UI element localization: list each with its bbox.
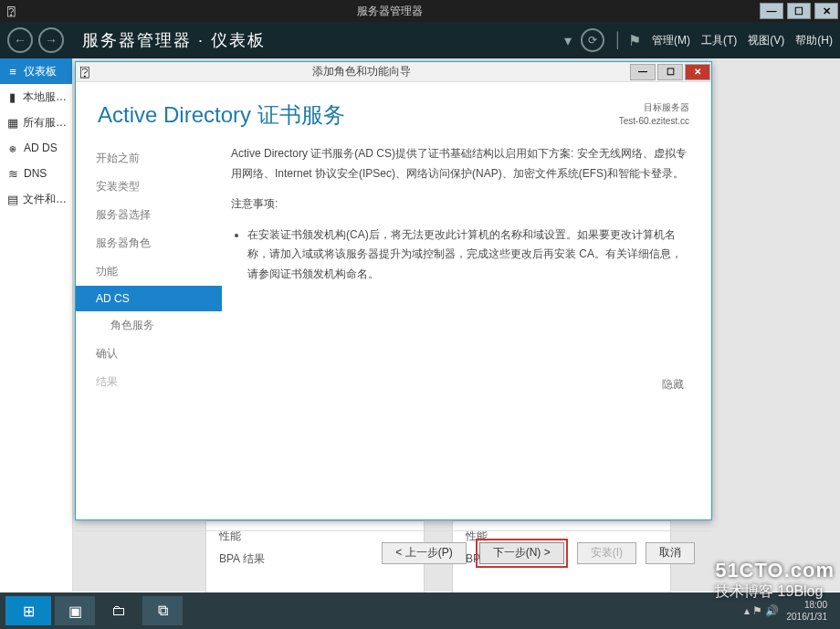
tray-area[interactable]: ▴ ⚑ 🔊 (744, 604, 787, 617)
wizard-step-7[interactable]: 确认 (76, 340, 222, 368)
sidebar-item-icon: ▤ (5, 192, 19, 206)
prev-button[interactable]: < 上一步(P) (382, 542, 466, 564)
menu-manage[interactable]: 管理(M) (652, 33, 690, 48)
wizard-dialog: ⍰ 添加角色和功能向导 — ☐ ✕ Active Directory 证书服务 … (75, 61, 712, 520)
refresh-icon[interactable]: ⟳ (581, 28, 604, 52)
wizard-step-3[interactable]: 服务器角色 (76, 229, 222, 257)
sidebar-item-3[interactable]: ⎈AD DS (0, 135, 72, 161)
sidebar-item-0[interactable]: ≡仪表板 (0, 58, 72, 84)
sidebar-item-icon: ≋ (5, 166, 20, 181)
cancel-button[interactable]: 取消 (646, 542, 695, 564)
outer-minimize-button[interactable]: — (760, 3, 783, 19)
sidebar-item-4[interactable]: ≋DNS (0, 161, 72, 186)
sidebar-item-label: 仪表板 (24, 64, 57, 79)
sidebar-item-5[interactable]: ▤文件和… (0, 186, 72, 212)
nav-back-icon[interactable]: ← (7, 27, 33, 53)
manager-toolbar: ← → 服务器管理器 · 仪表板 ▾ ⟳ │ ⚑ 管理(M) 工具(T) 视图(… (0, 22, 840, 58)
dest-server: Test-60.ezitest.cc (619, 114, 689, 128)
wizard-minimize-button[interactable]: — (630, 64, 656, 80)
wizard-maximize-button[interactable]: ☐ (657, 64, 683, 80)
wizard-titlebar[interactable]: ⍰ 添加角色和功能向导 — ☐ ✕ (76, 62, 711, 82)
start-button[interactable]: ⊞ (5, 596, 51, 625)
taskbar-time: 18:00 (787, 599, 828, 611)
taskbar: ⊞ ▣ 🗀 ⧉ ▴ ⚑ 🔊 18:00 2016/1/31 (0, 592, 840, 629)
wizard-step-6[interactable]: 角色服务 (76, 311, 222, 340)
wizard-step-5[interactable]: AD CS (76, 286, 222, 311)
taskbar-date: 2016/1/31 (787, 611, 828, 623)
separator-icon: │ (614, 32, 623, 48)
breadcrumb: 服务器管理器 · 仪表板 (82, 29, 266, 51)
wizard-close-button[interactable]: ✕ (685, 64, 710, 80)
wizard-icon: ⍰ (76, 64, 94, 80)
wizard-step-2[interactable]: 服务器选择 (76, 201, 222, 229)
outer-close-button[interactable]: ✕ (814, 3, 838, 19)
wizard-step-0[interactable]: 开始之前 (76, 144, 222, 173)
wizard-step-8: 结果 (76, 368, 222, 396)
dropdown-icon[interactable]: ▾ (564, 32, 572, 49)
menu-help[interactable]: 帮助(H) (795, 33, 833, 48)
flag-icon[interactable]: ⚑ (628, 32, 641, 49)
task-explorer[interactable]: 🗀 (99, 596, 139, 625)
wizard-footer: < 上一步(P) 下一步(N) > 安装(I) 取消 (76, 530, 711, 574)
sidebar-item-label: 文件和… (23, 192, 67, 207)
outer-title: 服务器管理器 (22, 4, 758, 19)
sidebar: ≡仪表板▮本地服…▦所有服…⎈AD DS≋DNS▤文件和… (0, 58, 73, 592)
sidebar-item-label: 所有服… (23, 115, 67, 131)
menu-tools[interactable]: 工具(T) (701, 33, 737, 48)
wizard-title: 添加角色和功能向导 (94, 64, 629, 79)
sidebar-item-icon: ⎈ (5, 141, 20, 155)
sidebar-item-label: AD DS (24, 142, 58, 154)
install-button: 安装(I) (577, 542, 636, 564)
sidebar-item-icon: ≡ (5, 64, 20, 79)
next-highlight: 下一步(N) > (476, 539, 568, 568)
sidebar-item-2[interactable]: ▦所有服… (0, 110, 72, 135)
hide-link[interactable]: 隐藏 (662, 377, 684, 393)
outer-titlebar: ⍰ 服务器管理器 — ☐ ✕ (0, 0, 840, 22)
wizard-para1: Active Directory 证书服务(AD CS)提供了证书基础结构以启用… (231, 144, 688, 183)
task-server-manager[interactable]: ▣ (55, 596, 95, 625)
sidebar-item-icon: ▮ (5, 89, 19, 104)
note-title: 注意事项: (231, 194, 688, 215)
wizard-content: Active Directory 证书服务(AD CS)提供了证书基础结构以启用… (222, 137, 711, 530)
sidebar-item-icon: ▦ (5, 115, 19, 130)
sidebar-item-1[interactable]: ▮本地服… (0, 84, 72, 110)
wizard-bullet-1: 在安装证书颁发机构(CA)后，将无法更改此计算机的名称和域设置。如果要更改计算机… (247, 225, 688, 285)
sidebar-item-label: DNS (24, 167, 47, 180)
sidebar-item-label: 本地服… (23, 89, 67, 105)
next-button[interactable]: 下一步(N) > (479, 542, 564, 564)
wizard-heading: Active Directory 证书服务 (98, 100, 619, 130)
wizard-step-1[interactable]: 安装类型 (76, 173, 222, 201)
task-powershell[interactable]: ⧉ (142, 596, 183, 625)
dest-label: 目标服务器 (619, 100, 689, 114)
outer-maximize-button[interactable]: ☐ (787, 3, 811, 19)
app-icon: ⍰ (0, 0, 22, 22)
wizard-step-4[interactable]: 功能 (76, 257, 222, 286)
wizard-steps: 开始之前安装类型服务器选择服务器角色功能AD CS角色服务确认结果 (76, 137, 222, 530)
menu-view[interactable]: 视图(V) (748, 33, 784, 48)
nav-forward-icon[interactable]: → (38, 27, 64, 53)
